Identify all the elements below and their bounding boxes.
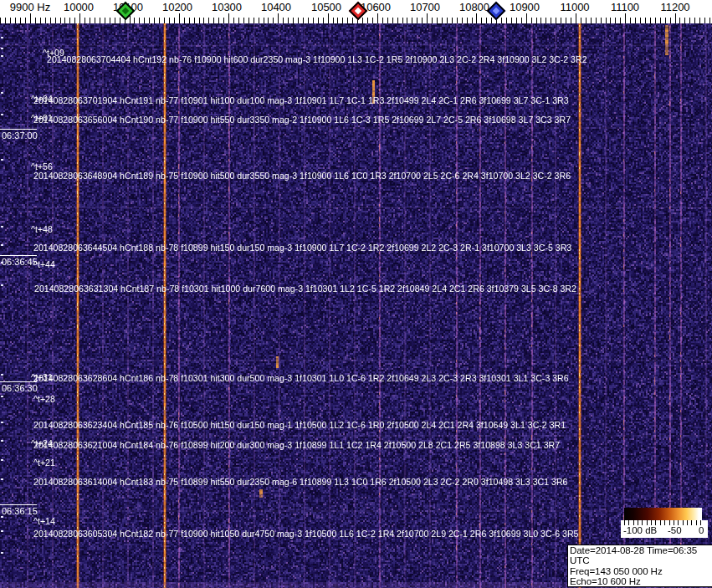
- ruler-tick: [467, 18, 468, 23]
- ruler-tick: [660, 18, 661, 23]
- detection-log-line: 20140828063605304 hCnt182 nb-77 f10900 h…: [33, 529, 578, 539]
- time-label: 06:36:15: [2, 506, 38, 516]
- ruler-tick: [293, 18, 294, 23]
- ruler-tick: [481, 18, 482, 23]
- ruler-tick: [169, 18, 170, 23]
- edge-event-mark: [1, 159, 3, 161]
- edge-event-mark: [1, 55, 3, 57]
- ruler-tick: [392, 18, 393, 23]
- ruler-tick: [85, 18, 85, 23]
- ruler-tick: [110, 18, 110, 23]
- ruler-tick: [238, 18, 239, 23]
- db-scale-tick: [683, 520, 684, 525]
- ruler-tick: [506, 18, 507, 23]
- db-label-max: 0: [699, 525, 704, 535]
- ruler-frequency-label: 10800: [459, 1, 489, 13]
- db-scale-strip: -100 dB -50 0: [621, 520, 708, 538]
- ruler-tick: [69, 18, 70, 23]
- ruler-tick: [397, 18, 398, 23]
- ruler-tick: [417, 18, 417, 23]
- db-label-mid: -50: [668, 525, 682, 535]
- ruler-tick: [630, 18, 631, 23]
- ruler-tick: [55, 18, 56, 23]
- event-time-offset-label: ^t+44: [33, 259, 55, 269]
- ruler-tick: [20, 18, 21, 23]
- ruler-tick: [248, 18, 249, 23]
- edge-event-mark: [1, 374, 3, 376]
- detection-log-line: 20140828063628604 hCnt186 nb-78 f10301 h…: [33, 373, 569, 383]
- marker-blue-diamond-icon[interactable]: [487, 2, 506, 21]
- edge-event-mark: [1, 422, 3, 423]
- ruler-tick: [447, 18, 448, 23]
- ruler-tick: [486, 18, 487, 23]
- ruler-tick: [100, 18, 100, 23]
- ruler-tick: [337, 18, 338, 23]
- ruler-tick: [223, 18, 224, 23]
- ruler-tick: [184, 18, 185, 23]
- detection-log-line: 20140828063644504 hCnt188 nb-78 f10899 h…: [33, 243, 571, 253]
- ruler-tick: [120, 18, 120, 23]
- ruler-tick: [476, 13, 477, 23]
- ruler-tick: [362, 18, 363, 23]
- ruler-tick: [323, 18, 324, 23]
- ruler-tick: [352, 18, 353, 23]
- spectrogram-display[interactable]: [0, 23, 712, 588]
- ruler-tick: [30, 13, 31, 23]
- detection-log-line: 20140828063614004 hCnt183 nb-75 f10899 h…: [33, 477, 568, 487]
- ruler-tick: [283, 18, 284, 23]
- ruler-tick: [243, 18, 244, 23]
- ruler-tick: [620, 18, 621, 23]
- ruler-tick: [149, 18, 150, 23]
- event-time-offset-label: ^t+14: [33, 516, 55, 526]
- ruler-frequency-label: 10900: [510, 1, 540, 13]
- ruler-tick: [382, 18, 383, 23]
- ruler-tick: [203, 18, 204, 23]
- frequency-ruler[interactable]: 9900 Hz100001010010200103001040010500106…: [0, 0, 712, 23]
- ruler-tick: [531, 18, 532, 23]
- ruler-tick: [15, 18, 16, 23]
- detection-log-line: 20140828063656004 hCnt190 nb-77 f10900 h…: [33, 115, 571, 125]
- ruler-tick: [709, 18, 710, 23]
- ruler-tick: [412, 18, 412, 23]
- ruler-tick: [675, 13, 676, 23]
- edge-event-mark: [1, 459, 3, 461]
- marker-red-center-dot: [355, 8, 361, 14]
- db-gradient-bar: [624, 508, 702, 520]
- ruler-tick: [615, 18, 616, 23]
- ruler-tick: [233, 18, 234, 23]
- ruler-tick: [556, 18, 556, 23]
- marker-blue-center-dot: [493, 8, 499, 14]
- ruler-tick: [328, 13, 329, 23]
- ruler-tick: [640, 18, 641, 23]
- spectrogram-app-window: 9900 Hz100001010010200103001040010500106…: [0, 0, 712, 588]
- ruler-tick: [457, 18, 458, 23]
- time-axis-tick: [0, 504, 37, 505]
- ruler-tick: [259, 18, 259, 23]
- ruler-tick: [144, 18, 145, 23]
- ruler-tick: [526, 13, 527, 23]
- ruler-tick: [610, 18, 611, 23]
- ruler-frequency-label: 9900 Hz: [10, 1, 50, 13]
- ruler-tick: [159, 18, 160, 23]
- ruler-tick: [442, 18, 443, 23]
- detection-log-line: 20140828063701904 hCnt191 nb-77 f10901 h…: [33, 95, 569, 105]
- db-scale-tick: [664, 520, 665, 525]
- ruler-tick: [333, 18, 334, 23]
- ruler-tick: [0, 18, 1, 23]
- ruler-tick: [174, 18, 175, 23]
- detection-log-line: 20140828063648904 hCnt189 nb-75 f10900 h…: [33, 171, 571, 181]
- ruler-tick: [536, 18, 537, 23]
- ruler-tick: [655, 18, 656, 23]
- ruler-tick: [684, 18, 685, 23]
- ruler-tick: [90, 18, 90, 23]
- db-label-min: -100 dB: [623, 525, 657, 535]
- ruler-tick: [571, 18, 571, 23]
- edge-event-mark: [1, 48, 3, 49]
- ruler-tick: [377, 13, 378, 23]
- ruler-tick: [318, 18, 319, 23]
- ruler-tick: [308, 18, 309, 23]
- ruler-tick: [422, 18, 423, 23]
- ruler-tick: [491, 18, 492, 23]
- ruler-tick: [105, 18, 105, 23]
- ruler-tick: [367, 18, 368, 23]
